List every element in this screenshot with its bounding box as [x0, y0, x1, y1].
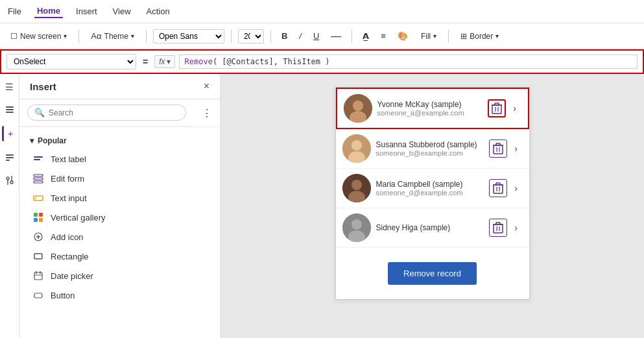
align-button[interactable]: ≡ — [377, 29, 390, 43]
sidebar-toggle-btn[interactable]: ☰ — [2, 79, 18, 95]
fx-button[interactable]: fx ▾ — [154, 55, 174, 68]
list-item[interactable]: Text input — [19, 188, 220, 208]
data-icon — [5, 152, 15, 162]
search-icon: 🔍 — [34, 108, 45, 117]
contact-info-2: Susanna Stubberod (sample) someone_b@exa… — [376, 140, 484, 157]
contact-email-2: someone_b@example.com — [376, 149, 484, 157]
formula-input[interactable]: Remove( [@Contacts], ThisItem ) — [179, 54, 638, 69]
svg-rect-18 — [39, 213, 43, 217]
list-item[interactable]: Add icon — [19, 227, 220, 247]
svg-rect-25 — [34, 272, 42, 280]
toolbar-sep-4 — [270, 30, 271, 43]
add-icon-icon — [32, 231, 44, 243]
new-screen-button[interactable]: ☐ New screen ▾ — [5, 29, 72, 43]
svg-rect-10 — [34, 156, 43, 158]
list-item[interactable]: Rectangle — [19, 247, 220, 266]
bold-button[interactable]: B — [278, 29, 291, 43]
panel-more-button[interactable]: ⋮ — [194, 107, 220, 119]
underline-button[interactable]: U — [309, 29, 323, 43]
contact-actions-3: › — [489, 179, 523, 197]
remove-record-button[interactable]: Remove record — [388, 262, 477, 285]
toolbar: ☐ New screen ▾ Aα Theme ▾ Open Sans 20 B… — [0, 23, 644, 49]
avatar-image-1 — [344, 94, 372, 123]
toolbar-sep-5 — [352, 30, 352, 43]
trash-icon — [493, 143, 503, 154]
panel-close-button[interactable]: × — [204, 80, 209, 92]
panel-title: Insert — [30, 81, 56, 92]
menu-file[interactable]: File — [5, 5, 24, 18]
toolbar-sep-6 — [448, 30, 449, 43]
edit-form-icon — [32, 173, 44, 184]
list-item[interactable]: Edit form — [19, 169, 220, 188]
category-caret: ▾ — [30, 136, 34, 145]
formula-text: Remove( [@Contacts], ThisItem ) — [185, 57, 330, 66]
fx-label-text: fx — [159, 57, 165, 66]
svg-point-6 — [6, 177, 9, 180]
contact-email-1: someone_a@example.com — [377, 109, 483, 117]
insert-panel-btn[interactable]: + — [2, 126, 18, 141]
svg-rect-14 — [34, 181, 43, 183]
panel-header: Insert × — [19, 74, 220, 99]
category-label: Popular — [38, 136, 67, 145]
font-color-button[interactable]: A̲ — [359, 29, 373, 43]
italic-button[interactable]: / — [295, 29, 305, 43]
equals-sign: = — [140, 56, 150, 67]
panel-search-area: 🔍 — [19, 99, 194, 127]
rectangle-icon — [32, 250, 44, 262]
svg-point-61 — [352, 219, 362, 230]
font-select[interactable]: Open Sans — [153, 29, 224, 43]
menu-view[interactable]: View — [110, 5, 134, 18]
contact-actions-1: › — [488, 99, 521, 117]
search-input[interactable] — [49, 108, 179, 117]
strikethrough-button[interactable]: — — [327, 29, 345, 44]
menu-insert[interactable]: Insert — [73, 5, 100, 18]
item-label: Add icon — [51, 232, 84, 242]
fx-caret: ▾ — [167, 57, 171, 66]
delete-button-4[interactable] — [489, 219, 507, 237]
contact-email-3: someone_d@example.com — [376, 189, 484, 197]
formula-property-select[interactable]: OnSelect — [6, 54, 136, 69]
data-btn[interactable] — [2, 149, 18, 165]
contact-item-2[interactable]: Susanna Stubberod (sample) someone_b@exa… — [336, 129, 529, 169]
panel-list: ▾ Popular Text label Edit form — [19, 127, 220, 338]
icon-bar: ☰ + — [0, 74, 19, 338]
menu-action[interactable]: Action — [144, 5, 173, 18]
svg-rect-12 — [34, 175, 43, 176]
chevron-button-2[interactable]: › — [510, 139, 523, 158]
item-label: Vertical gallery — [51, 213, 106, 223]
list-item[interactable]: Text label — [19, 149, 220, 169]
contact-item-1[interactable]: Yvonne McKay (sample) someone_a@example.… — [336, 88, 529, 129]
trash-icon — [492, 103, 502, 114]
controls-btn[interactable] — [2, 173, 18, 188]
delete-button-3[interactable] — [489, 179, 507, 197]
theme-button[interactable]: Aα Theme ▾ — [86, 29, 139, 43]
svg-rect-5 — [6, 160, 10, 161]
item-label: Text label — [51, 154, 86, 164]
search-box[interactable]: 🔍 — [27, 104, 186, 121]
chevron-button-1[interactable]: › — [508, 99, 521, 117]
list-item[interactable]: Button — [19, 285, 220, 305]
layers-btn[interactable] — [2, 103, 18, 118]
menu-home[interactable]: Home — [34, 5, 63, 18]
fill-button[interactable]: Fill ▾ — [416, 29, 442, 43]
svg-rect-3 — [6, 154, 14, 156]
list-item[interactable]: Vertical gallery — [19, 208, 220, 227]
contact-item-3[interactable]: Maria Campbell (sample) someone_d@exampl… — [336, 169, 529, 208]
toolbar-sep-3 — [231, 30, 232, 43]
delete-button-2[interactable] — [489, 139, 507, 158]
svg-rect-11 — [34, 159, 40, 160]
list-item[interactable]: Date picker — [19, 266, 220, 285]
chevron-button-3[interactable]: › — [510, 179, 523, 197]
chevron-button-4[interactable]: › — [510, 219, 523, 237]
contact-item-4[interactable]: Sidney Higa (sample) — [336, 208, 529, 248]
controls-icon — [5, 176, 14, 185]
font-size-select[interactable]: 20 — [238, 29, 264, 43]
svg-rect-19 — [34, 218, 38, 222]
canvas-area: Yvonne McKay (sample) someone_a@example.… — [221, 74, 644, 338]
contact-name-4: Sidney Higa (sample) — [376, 223, 484, 232]
paint-icon-button[interactable]: 🎨 — [394, 29, 412, 43]
svg-rect-2 — [6, 106, 14, 108]
border-button[interactable]: ⊞ Border ▾ — [455, 29, 504, 43]
category-popular[interactable]: ▾ Popular — [19, 132, 220, 149]
delete-button-1[interactable] — [488, 99, 506, 117]
